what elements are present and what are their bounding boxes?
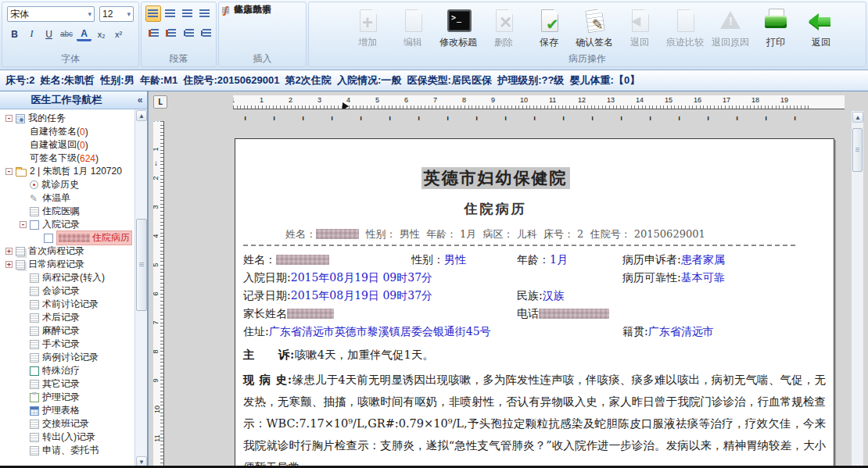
field-phone: 电话 [517,305,826,323]
document-scrollbar[interactable]: ▲ [851,110,864,468]
tree-item-label: 病例讨论记录 [42,351,99,364]
tree-item[interactable]: 护理记录 [0,391,147,404]
tree-item[interactable]: 病程记录(转入) [0,271,147,284]
paragraph-button[interactable] [197,25,213,41]
tree-item[interactable]: 特殊治疗 [0,364,147,377]
tree-item[interactable]: 术后记录 [0,311,147,324]
tree-item[interactable]: + 首次病程记录 [0,245,147,258]
font-style-button[interactable]: x₂ [94,27,109,41]
tab-stop-icon: L [620,116,624,120]
tree-item[interactable]: 手术记录 [0,338,147,351]
font-style-button[interactable]: U [41,27,56,41]
paragraph-button[interactable] [163,25,178,41]
document-page[interactable]: 英德市妇幼保健院 住院病历 姓名： 性别： 男性 年龄： 1月 病区： 儿科 床… [235,138,834,468]
tab-stop-icon: L [678,116,682,120]
tree-item[interactable]: 转出(入)记录 [0,430,147,444]
ruler-tick: 12 [580,95,609,109]
tree-item[interactable]: 护理表格 [0,404,147,417]
scrollbar-thumb[interactable] [136,219,147,311]
tree-item[interactable]: + 日常病程记录 [0,258,147,271]
font-name-select[interactable]: 宋体 ▾ [7,6,95,22]
field-record-date: 记录日期:2015年08月19日 09时37分 [243,287,517,305]
tree-item[interactable]: 会诊记录 [0,284,147,298]
tree-item-icon [30,366,39,376]
tree-item-icon [30,433,39,442]
top-margin-marker: ↓ [154,159,158,167]
patient-fields: 姓名： 性别：男性 年龄：1月 病历申诉者:患者家属 入院日期:2015年08月… [243,251,826,341]
scrollbar-thumb[interactable] [852,128,863,172]
font-name-value: 宋体 [10,8,29,21]
tree-item-icon [16,260,25,270]
font-style-button[interactable]: I [24,27,39,41]
font-size-select[interactable]: 12 ▾ [99,6,134,22]
chevron-down-icon: ▾ [127,10,131,18]
tree-item[interactable]: 交接班记录 [0,417,147,430]
tree-item[interactable]: - 入院记录 [0,218,147,231]
tree-expander-icon[interactable]: + [5,248,13,255]
ribbon-group-paragraph: ▾ 段落 [141,2,217,67]
tree-item[interactable]: 住院病历 [0,231,147,245]
ruler-tick: 7 [436,95,464,109]
insert-item[interactable]: 复杂元素 [219,2,273,17]
tab-stop-cell: L [696,111,725,120]
tree-expander-icon[interactable]: + [5,261,13,268]
paragraph-button[interactable] [163,5,178,22]
tree-item-icon [30,300,39,309]
tab-stop-icon: L [591,116,595,120]
paragraph-button[interactable] [145,25,161,41]
tree-expander-icon[interactable]: - [5,115,13,122]
sidebar-scrollbar[interactable]: ▲ ▼ [135,109,147,468]
scroll-up-icon[interactable]: ▲ [852,112,863,123]
tab-stop-cell: L [609,111,638,120]
ops-button-label: 痕迹比较 [666,36,704,49]
tree-item[interactable]: - 我的任务 [0,112,147,125]
tree-item-icon [30,327,39,336]
tree-item[interactable]: 其它记录 [0,377,147,391]
ruler-tick: 1 [153,121,163,150]
tree-expander-icon[interactable]: - [5,168,13,175]
tree-item[interactable]: 就诊历史 [0,178,147,191]
paragraph-button[interactable] [180,25,195,41]
paragraph-button[interactable] [145,5,161,22]
paragraph-icon [151,29,159,38]
tree-item-icon [16,247,25,256]
font-style-button[interactable]: A [77,28,91,41]
sidebar-header: 医生工作导航栏 « [0,91,147,109]
tab-stop-icon: L [418,116,421,120]
tree-item[interactable]: 麻醉记录 [0,324,147,338]
tree-item-label: 首次病程记录 [28,245,84,258]
font-style-button[interactable]: abc [59,27,74,41]
tab-stop-selector[interactable]: L [153,95,167,109]
tab-stop-icon: L [331,116,335,120]
font-style-button[interactable]: B [7,27,22,41]
horizontal-ruler[interactable]: 112345678910111213141516171819 [233,95,845,109]
paragraph-button[interactable] [180,5,195,22]
font-style-button[interactable]: x² [111,27,126,41]
tree-item[interactable]: 病例讨论记录 [0,351,147,364]
ops-button-icon [671,7,699,35]
tree-item[interactable]: 自建被退回( 0 ) [0,138,147,152]
tree-item[interactable]: 术前讨论记录 [0,298,147,311]
tab-stop-icon: L [302,116,306,120]
tree-item[interactable]: 自建待签名( 0 ) [0,125,147,138]
tree-item-icon [30,194,39,203]
vertical-ruler[interactable]: 11234567891011 [153,121,164,468]
indent-marker[interactable] [343,102,349,109]
tree-item[interactable]: 申请、委托书 [0,444,147,457]
tree-item-label: 住院病历 [56,230,132,245]
ruler-tick: 1 [233,95,262,109]
ops-button-label: 返回 [812,36,830,49]
tree-item[interactable]: - 2 | 朱凯哲 1月 120720 [0,165,147,178]
paragraph-button[interactable] [197,5,213,22]
tree-item-icon [44,234,53,243]
field-age: 年龄：1月 [517,251,622,269]
collapse-sidebar-icon[interactable]: « [133,95,147,105]
ribbon-group-font: 宋体 ▾ 12 ▾ BIUabcAx₂x² 字体 [2,2,139,67]
field-guardian: 家长姓名 [243,305,517,323]
tree-item-label: 其它记录 [42,377,80,391]
tree-item[interactable]: 住院医嘱 [0,205,147,218]
tree-item[interactable]: 体温单 [0,191,147,205]
tree-item[interactable]: 可签名下级( 624 ) [0,152,147,165]
scroll-up-icon[interactable]: ▲ [136,110,147,121]
tree-expander-icon[interactable]: - [20,221,27,228]
